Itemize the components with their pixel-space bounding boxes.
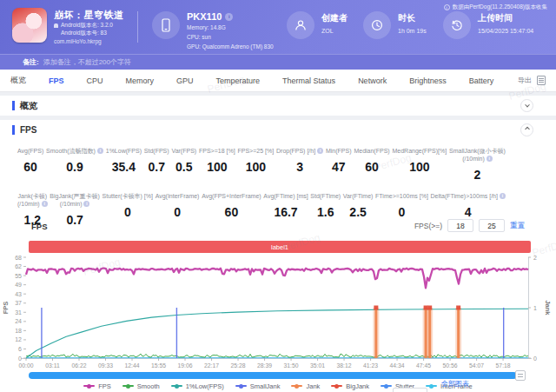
stat-median-fps: Median(FPS)60 xyxy=(354,147,389,174)
legend-item-smalljank[interactable]: SmallJank xyxy=(235,382,281,390)
svg-text:24: 24 xyxy=(15,318,22,324)
info-icon[interactable]: i xyxy=(42,201,48,207)
device-badge-icon[interactable]: i xyxy=(225,13,233,21)
stat-low1-fps: 1%Low(FPS)35.4 xyxy=(106,147,142,174)
legend-label: Smooth xyxy=(137,382,160,390)
stat-std-fps: Std(FPS)0.7 xyxy=(144,147,169,174)
legend-item-bigjank[interactable]: BigJank xyxy=(331,382,369,390)
tab-battery[interactable]: Battery xyxy=(469,76,494,85)
svg-text:6: 6 xyxy=(18,346,22,352)
stat-avg-fps-interframe: Avg(FPS+InterFrame)60 xyxy=(202,192,261,219)
overview-collapse-button[interactable] xyxy=(520,99,533,112)
fps-chart[interactable]: 6862554943373124181260210FPSJank00:0003:… xyxy=(0,254,556,372)
stat-value-drop-fps: 3 xyxy=(296,160,303,174)
stat-value-stutter: 0 xyxy=(124,205,131,219)
tab-temperature[interactable]: Temperature xyxy=(216,76,261,85)
tab-fps[interactable]: FPS xyxy=(49,76,64,85)
stat-value-var-ftime: 2.5 xyxy=(349,205,366,219)
svg-text:22:17: 22:17 xyxy=(204,362,219,369)
tab-memory[interactable]: Memory xyxy=(126,76,155,85)
header-divider xyxy=(137,11,138,43)
legend-label: SmallJank xyxy=(250,382,281,390)
stat-bigjank: BigJank(严重卡顿)(/10min)i0.7 xyxy=(50,192,100,227)
legend-item-fps[interactable]: FPS xyxy=(83,382,111,390)
stat-fps-ge-25: FPS>=25 [%]100 xyxy=(238,147,275,174)
legend-label: 1%Low(FPS) xyxy=(186,382,224,390)
legend-label: Jank xyxy=(306,382,320,390)
stat-value-fps-ge-25: 100 xyxy=(246,160,266,174)
threshold-input-1[interactable] xyxy=(447,219,473,232)
upload-time-value: 15/04/2025 15:47:04 xyxy=(478,27,533,35)
threshold-input-2[interactable] xyxy=(479,219,505,232)
svg-text:31:50: 31:50 xyxy=(284,362,299,369)
stat-smalljank: SmallJank(微小卡顿)(/10min)i2 xyxy=(449,147,506,182)
overview-section-title: 概览 xyxy=(20,100,37,112)
upload-info: 上传时间 15/04/2025 15:47:04 xyxy=(443,11,533,39)
reset-link[interactable]: 重置 xyxy=(510,221,525,231)
stat-value-ftime-ge-100: 0 xyxy=(399,205,406,219)
legend-item-jank[interactable]: Jank xyxy=(291,382,320,390)
remarks-bar[interactable]: 备注: 添加备注，不超过200个字符 xyxy=(0,54,556,70)
tab-gpu[interactable]: GPU xyxy=(176,76,194,85)
duration-label: 时长 xyxy=(398,12,427,24)
stat-avg-interframe: Avg(InterFrame)0 xyxy=(156,192,200,219)
tab-thermal-status[interactable]: Thermal Status xyxy=(282,76,335,85)
legend-item-smooth[interactable]: Smooth xyxy=(122,382,160,390)
svg-text:44:34: 44:34 xyxy=(390,362,405,369)
fps-section: FPS Avg(FPS)60Smooth(流畅指数)i0.91%Low(FPS)… xyxy=(0,120,556,392)
stat-value-medrange-fps: 100 xyxy=(409,160,429,174)
section-accent-bar xyxy=(12,125,15,135)
legend-marker-icon xyxy=(122,385,134,387)
metric-tabbar: 概览FPSCPUMemoryGPUTemperatureThermal Stat… xyxy=(0,70,556,92)
fps-threshold-controls: FPS(>=) 重置 xyxy=(414,219,525,232)
stat-stutter: Stutter(卡顿率) [%]0 xyxy=(103,192,153,219)
tab-cpu[interactable]: CPU xyxy=(87,76,103,85)
svg-text:19:06: 19:06 xyxy=(178,362,193,369)
datazoom-slider[interactable] xyxy=(29,372,517,379)
svg-text:15:55: 15:55 xyxy=(151,362,166,369)
duration-value: 1h 0m 19s xyxy=(398,27,427,35)
svg-text:55: 55 xyxy=(15,273,22,279)
stat-value-median-fps: 60 xyxy=(365,160,379,174)
tab-brightness[interactable]: Brightness xyxy=(409,76,447,85)
stat-var-ftime: Var(FTime)2.5 xyxy=(343,192,374,219)
fps-stats-row-1: Avg(FPS)60Smooth(流畅指数)i0.91%Low(FPS)35.4… xyxy=(0,147,556,182)
svg-text:09:33: 09:33 xyxy=(98,362,113,369)
stat-medrange-fps: MedRange(FPS)[%]100 xyxy=(393,147,447,174)
legend-label: BigJank xyxy=(346,382,369,390)
svg-text:1: 1 xyxy=(533,305,537,311)
svg-text:18: 18 xyxy=(15,328,22,334)
report-header: 崩坏：星穹铁道 Android版本名: 3.2.0 Android版本号: 83… xyxy=(0,0,556,54)
stat-var-fps: Var(FPS)0.5 xyxy=(171,147,196,174)
info-icon[interactable]: i xyxy=(500,193,506,199)
export-report-icon[interactable] xyxy=(537,76,546,85)
legend-item-1-low-fps-[interactable]: 1%Low(FPS) xyxy=(171,382,224,390)
game-app-icon xyxy=(12,8,47,43)
export-button[interactable]: 导出 xyxy=(518,76,546,85)
game-info: 崩坏：星穹铁道 Android版本名: 3.2.0 Android版本号: 83… xyxy=(12,8,124,44)
svg-text:50:56: 50:56 xyxy=(443,362,458,369)
tab-network[interactable]: Network xyxy=(358,76,387,85)
tab-概览[interactable]: 概览 xyxy=(10,75,26,86)
annotation-band-label: label1 xyxy=(271,243,288,251)
chevron-up-icon xyxy=(525,126,530,131)
svg-text:54:07: 54:07 xyxy=(469,362,484,369)
creator-label: 创建者 xyxy=(321,12,348,24)
legend-marker-icon xyxy=(291,385,302,387)
device-cpu: CPU: sun xyxy=(187,33,274,41)
svg-text:49: 49 xyxy=(15,282,22,288)
info-icon[interactable]: i xyxy=(317,148,323,154)
device-info: PKX110i Memory: 14.8G CPU: sun GPU: Qual… xyxy=(152,11,274,50)
info-icon[interactable]: i xyxy=(97,148,103,154)
game-title: 崩坏：星穹铁道 xyxy=(54,9,124,22)
legend-marker-icon xyxy=(83,385,95,387)
svg-text:12: 12 xyxy=(15,336,22,342)
stat-delta-ftime: Delta(FTime)>100ms [/h]i4 xyxy=(431,192,506,219)
info-icon[interactable]: i xyxy=(83,201,89,207)
all-charts-link[interactable]: 全部图表 xyxy=(441,379,469,389)
info-icon[interactable]: i xyxy=(486,156,493,162)
fps-collapse-button[interactable] xyxy=(520,123,533,136)
svg-text:Jank: Jank xyxy=(544,300,552,316)
stat-value-delta-ftime: 4 xyxy=(465,205,472,219)
svg-text:06:22: 06:22 xyxy=(72,362,87,369)
